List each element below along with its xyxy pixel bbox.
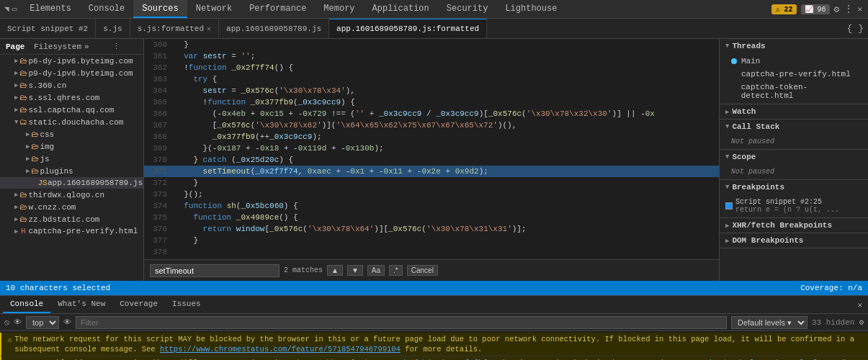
sidebar-filesystem-tab[interactable]: Filesystem: [34, 42, 81, 51]
dom-breakpoints-header[interactable]: ▶ DOM Breakpoints: [720, 233, 868, 248]
console-settings-icon[interactable]: ⚙: [859, 318, 864, 327]
code-line-365: 365 !function _0x377fb9(_0x3c9cc9) {: [144, 96, 719, 108]
breakpoints-header[interactable]: ▼ Breakpoints: [720, 180, 868, 194]
tab-memory[interactable]: Memory: [315, 0, 363, 18]
sidebar-item-zzbdstatic[interactable]: ▶ 🗁 zz.bdstatic.com: [0, 213, 143, 225]
console-tab-whatsnew[interactable]: What's New: [50, 296, 112, 313]
search-regex-button[interactable]: .*: [389, 265, 403, 276]
tab-performance[interactable]: Performance: [241, 0, 315, 18]
sidebar-menu-icon[interactable]: ⋮: [112, 42, 138, 51]
tab-application[interactable]: Application: [364, 0, 438, 18]
sidebar-item-app-js[interactable]: JS app.1601689058789.js: [0, 177, 143, 189]
sidebar-page-tab[interactable]: Page: [6, 42, 31, 51]
console-tab-coverage[interactable]: Coverage: [112, 296, 165, 313]
cpu-badge: 📈 96: [801, 4, 830, 14]
html-file-icon: H: [18, 227, 28, 235]
sidebar-item-ssl-qhres[interactable]: ▶ 🗁 s.ssl.qhres.com: [0, 91, 143, 104]
sidebar-item-wcnzz[interactable]: ▶ 🗁 w.cnzz.com: [0, 201, 143, 213]
xhr-breakpoints-header[interactable]: ▶ XHR/fetch Breakpoints: [720, 218, 868, 233]
inspect-icon[interactable]: ◥: [4, 4, 9, 14]
coverage-status: Coverage: n/a: [800, 284, 862, 292]
pretty-print-icon[interactable]: { }: [847, 23, 864, 34]
console-link-1[interactable]: https://www.chromestatus.com/feature/571…: [160, 345, 401, 354]
thread-captcha-token[interactable]: captcha-token-detect.html: [720, 81, 868, 102]
tab-network[interactable]: Network: [187, 0, 241, 18]
sidebar-item-static-douchacha[interactable]: ▼ 🗂 static.douchacha.com: [0, 116, 143, 128]
settings-icon[interactable]: ⚙: [834, 4, 840, 15]
file-tab-sjs-formatted[interactable]: s.js:formatted ✕: [130, 19, 219, 38]
sidebar-item-p9[interactable]: ▶ 🗁 p9-dy-ipv6.byteimg.com: [0, 67, 143, 79]
console-eye-icon[interactable]: 👁: [14, 318, 22, 327]
tab-elements[interactable]: Elements: [21, 0, 80, 18]
folder-icon: 🗁: [18, 105, 28, 114]
code-line-368: 368 _0x377fb9(++_0x3c9cc9);: [144, 131, 719, 143]
watch-header[interactable]: ▶ Watch: [720, 104, 868, 119]
editor-statusbar: 10 characters selected Coverage: n/a: [0, 281, 868, 295]
breakpoint-checkbox[interactable]: [725, 202, 733, 210]
warning-badge: ⚠ 22: [771, 4, 796, 14]
search-prev-button[interactable]: ▲: [327, 265, 343, 276]
code-line-374: 374 function sh(_0x5bc060) {: [144, 200, 719, 212]
tab-console[interactable]: Console: [80, 0, 133, 18]
file-tab-sjs-formatted-close[interactable]: ✕: [207, 24, 211, 33]
console-messages[interactable]: ⚠ The network request for this script MA…: [0, 331, 868, 360]
breakpoints-chevron-icon: ▼: [725, 184, 729, 191]
folder-icon: 🗁: [30, 154, 40, 163]
search-matches-count: 2 matches: [284, 266, 323, 274]
code-content[interactable]: 360 } 361 var sestr = ''; 362 !function …: [144, 39, 719, 259]
breakpoint-item[interactable]: Script snippet #2:25 return e = (n ? u(t…: [720, 196, 868, 216]
sidebar-item-plugins[interactable]: ▶ 🗁 plugins: [0, 165, 143, 177]
sidebar-item-label: css: [40, 130, 54, 139]
sidebar-item-thirdwx[interactable]: ▶ 🗁 thirdwx.qlogo.cn: [0, 189, 143, 201]
console-tab-console[interactable]: Console: [3, 296, 50, 313]
callstack-header[interactable]: ▼ Call Stack: [720, 120, 868, 134]
search-next-button[interactable]: ▼: [347, 265, 363, 276]
sidebar-item-label: zz.bdstatic.com: [28, 215, 99, 224]
console-filter-input[interactable]: [76, 316, 727, 329]
search-case-sensitive-button[interactable]: Aa: [367, 265, 385, 276]
sidebar-item-label: s.360.cn: [28, 81, 66, 90]
close-icon[interactable]: ✕: [857, 4, 862, 14]
breakpoints-label: Breakpoints: [732, 183, 784, 192]
sidebar-item-captcha-verify[interactable]: ▶ H captcha-pre-verify.html: [0, 225, 143, 237]
tab-security[interactable]: Security: [438, 0, 497, 18]
device-icon[interactable]: ▭: [12, 4, 17, 14]
sidebar-item-css[interactable]: ▶ 🗁 css: [0, 128, 143, 140]
tab-sources[interactable]: Sources: [133, 0, 187, 18]
console-level-select[interactable]: Default levels ▾: [731, 316, 807, 329]
sidebar-item-p6[interactable]: ▶ 🗁 p6-dy-ipv6.byteimg.com: [0, 55, 143, 67]
threads-header[interactable]: ▼ Threads: [720, 39, 868, 53]
tab-lighthouse[interactable]: Lighthouse: [496, 0, 565, 18]
console-ban-icon[interactable]: ⦸: [4, 318, 9, 327]
sidebar-item-js[interactable]: ▶ 🗁 js: [0, 153, 143, 165]
sidebar-item-label: static.douchacha.com: [28, 118, 123, 127]
selected-text-status: 10 characters selected: [6, 284, 110, 292]
console-close-icon[interactable]: ✕: [857, 300, 862, 310]
dom-breakpoints-section: ▶ DOM Breakpoints: [720, 233, 868, 248]
file-tab-snippet[interactable]: Script snippet #2: [0, 19, 96, 38]
callstack-content: Not paused: [720, 134, 868, 149]
sidebar-item-img[interactable]: ▶ 🗁 img: [0, 140, 143, 153]
search-input[interactable]: [150, 264, 279, 277]
scope-header[interactable]: ▼ Scope: [720, 150, 868, 164]
code-line-363: 363 try {: [144, 73, 719, 85]
threads-label: Threads: [732, 42, 765, 50]
console-tab-issues[interactable]: Issues: [165, 296, 208, 313]
devtools-topbar: ◥ ▭ Elements Console Sources Network Per…: [0, 0, 868, 19]
sidebar-item-s360[interactable]: ▶ 🗁 s.360.cn: [0, 79, 143, 91]
callstack-label: Call Stack: [732, 122, 779, 131]
file-tab-sjs[interactable]: s.js: [96, 19, 130, 38]
thread-captcha-verify[interactable]: captcha-pre-verify.html: [720, 68, 868, 81]
console-eye2-icon[interactable]: 👁: [63, 318, 71, 327]
search-cancel-button[interactable]: Cancel: [407, 265, 438, 276]
sidebar-more-icon[interactable]: »: [84, 42, 109, 51]
sidebar-item-captcha-qq[interactable]: ▶ 🗁 ssl.captcha.qq.com: [0, 104, 143, 116]
file-tab-app[interactable]: app.1601689058789.js: [219, 19, 329, 38]
watch-chevron-icon: ▶: [725, 108, 729, 116]
console-context-select[interactable]: top: [26, 316, 59, 329]
more-icon[interactable]: ⋮: [844, 3, 853, 15]
file-tab-app-formatted[interactable]: app.1601689058789.js:formatted: [329, 19, 487, 38]
code-line-377: 377 }: [144, 235, 719, 246]
breakpoint-code: return e = (n ? u(t, ...: [735, 206, 839, 214]
thread-main[interactable]: Main: [720, 55, 868, 68]
